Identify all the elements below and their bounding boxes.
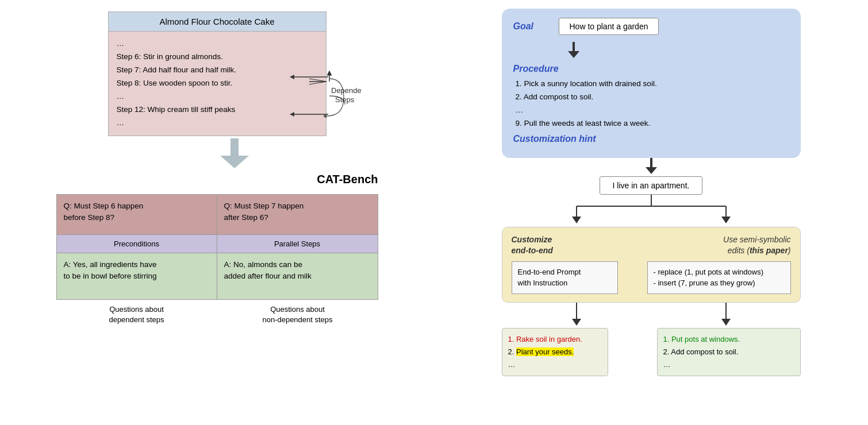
- goal-label: Goal: [513, 21, 551, 32]
- svg-marker-22: [721, 319, 731, 326]
- svg-marker-16: [572, 217, 581, 223]
- result-boxes-row: 1. Rake soil in garden. 2. Plant your se…: [502, 328, 801, 376]
- qa-right-category: Parallel Steps: [217, 235, 378, 253]
- svg-text:Steps: Steps: [335, 95, 355, 104]
- hint-box: I live in an apartment.: [600, 176, 703, 195]
- recipe-line-2: Step 6: Stir in ground almonds.: [117, 51, 318, 64]
- svg-marker-12: [646, 167, 657, 174]
- qa-right-footer: Questions aboutnon-dependent steps: [217, 304, 378, 325]
- svg-marker-20: [572, 319, 581, 326]
- yellow-inner-right-wrapper: - replace (1, put pots at windows)- inse…: [624, 261, 791, 294]
- yellow-inner-right: - replace (1, put pots at windows)- inse…: [647, 261, 791, 294]
- recipe-wrapper: Almond Flour Chocolate Cake … Step 6: St…: [74, 11, 361, 136]
- result-left-line1: 1. Rake soil in garden.: [508, 333, 602, 346]
- arrow-to-hint: [646, 158, 657, 176]
- proc-step-1: 1. Pick a sunny location with drained so…: [516, 78, 789, 91]
- recipe-line-4: Step 8: Use wooden spoon to stir.: [117, 77, 318, 90]
- result-right-line2: 2. Add compost to soil.: [663, 346, 794, 358]
- yellow-right-label: Use semi-symbolicedits (this paper): [688, 234, 791, 257]
- qa-left-answer: A: Yes, all ingredients haveto be in bow…: [57, 253, 217, 299]
- proc-step-2: 2. Add compost to soil.: [516, 91, 789, 104]
- qa-left-footer: Questions aboutdependent steps: [56, 304, 217, 325]
- proc-step-ellipsis: …: [516, 104, 789, 117]
- qa-boxes: Q: Must Step 6 happenbefore Step 8? Prec…: [56, 194, 378, 300]
- fork-arrows-svg: [502, 195, 801, 223]
- yellow-left-label: Customizeend-to-end: [512, 234, 586, 257]
- procedure-label: Procedure: [513, 64, 789, 74]
- right-panel: Goal How to plant a garden Procedure 1. …: [434, 0, 868, 425]
- qa-footers: Questions aboutdependent steps Questions…: [56, 300, 378, 325]
- proc-step-9: 9. Pull the weeds at least twice a week.: [516, 117, 789, 130]
- goal-row: Goal How to plant a garden: [513, 18, 789, 35]
- recipe-body: … Step 6: Stir in ground almonds. Step 7…: [109, 32, 326, 136]
- result-fork-arrows-svg: [502, 303, 801, 326]
- left-panel: Almond Flour Chocolate Cake … Step 6: St…: [0, 0, 434, 425]
- svg-rect-11: [650, 158, 652, 168]
- result-right-line3: …: [663, 358, 794, 371]
- procedure-steps: 1. Pick a sunny location with drained so…: [513, 78, 789, 130]
- qa-box-right: Q: Must Step 7 happenafter Step 6? Paral…: [217, 195, 378, 299]
- big-down-arrow: [220, 138, 249, 168]
- recipe-line-5: …: [117, 90, 318, 103]
- svg-marker-10: [568, 51, 579, 58]
- result-fork-arrows: [502, 303, 801, 326]
- result-right-line1: 1. Put pots at windows.: [663, 333, 794, 346]
- yellow-top-row: Customizeend-to-end Use semi-symbolicedi…: [512, 234, 791, 257]
- svg-marker-8: [220, 156, 249, 168]
- cat-bench-label: CAT-Bench: [317, 173, 378, 186]
- customization-hint-label: Customization hint: [513, 134, 789, 144]
- qa-right-question: Q: Must Step 7 happenafter Step 6?: [217, 195, 378, 235]
- svg-marker-18: [721, 217, 731, 223]
- qa-left-question: Q: Must Step 6 happenbefore Step 8?: [57, 195, 217, 235]
- fork-arrows: [502, 195, 801, 223]
- svg-rect-7: [231, 138, 239, 157]
- recipe-line-7: …: [117, 117, 318, 130]
- yellow-inner-left: End-to-end Promptwith Instruction: [512, 261, 618, 294]
- recipe-box: Almond Flour Chocolate Cake … Step 6: St…: [108, 11, 327, 136]
- svg-text:Dependent: Dependent: [331, 86, 361, 95]
- big-arrow-container: [125, 138, 344, 168]
- goal-arrow: [568, 42, 789, 60]
- recipe-title: Almond Flour Chocolate Cake: [109, 12, 326, 32]
- qa-left-category: Preconditions: [57, 235, 217, 253]
- qa-right-answer: A: No, almonds can beadded after flour a…: [217, 253, 378, 299]
- cat-bench-container: CAT-Bench: [56, 168, 378, 191]
- result-left-line3: …: [508, 358, 602, 371]
- svg-rect-9: [573, 42, 575, 52]
- result-box-right: 1. Put pots at windows. 2. Add compost t…: [657, 328, 801, 376]
- result-left-line2: 2. Plant your seeds.: [508, 346, 602, 358]
- result-box-right-wrapper: 1. Put pots at windows. 2. Add compost t…: [614, 328, 801, 376]
- recipe-line-6: Step 12: Whip cream till stiff peaks: [117, 103, 318, 117]
- result-box-left: 1. Rake soil in garden. 2. Plant your se…: [502, 328, 608, 376]
- yellow-content-row: End-to-end Promptwith Instruction - repl…: [512, 261, 791, 294]
- qa-box-left: Q: Must Step 6 happenbefore Step 8? Prec…: [57, 195, 217, 299]
- hint-box-row: I live in an apartment.: [600, 176, 703, 195]
- yellow-box: Customizeend-to-end Use semi-symbolicedi…: [502, 227, 801, 303]
- goal-section: Goal How to plant a garden Procedure 1. …: [502, 9, 801, 158]
- recipe-line-1: …: [117, 37, 318, 51]
- recipe-line-3: Step 7: Add half flour and half milk.: [117, 64, 318, 77]
- goal-box: How to plant a garden: [559, 18, 659, 35]
